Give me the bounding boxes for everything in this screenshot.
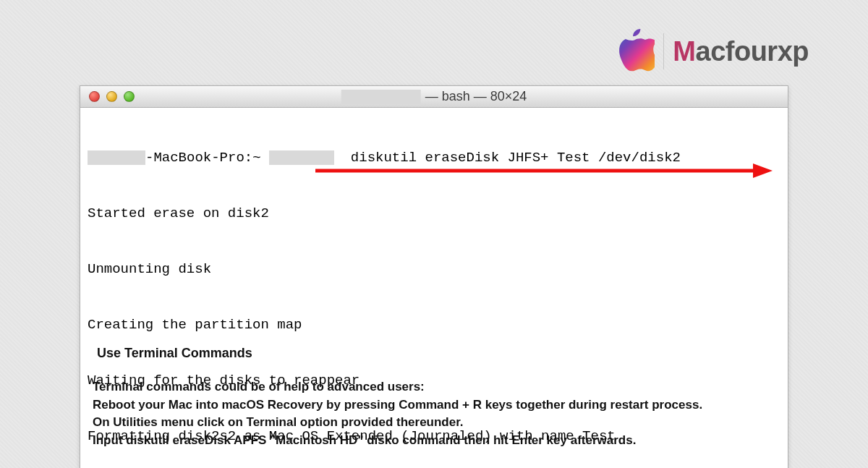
close-button[interactable] bbox=[89, 91, 100, 102]
terminal-line: Creating the partition map bbox=[88, 316, 780, 335]
article-body: Use Terminal Commands Terminal commands … bbox=[93, 346, 787, 450]
apple-logo-icon bbox=[613, 29, 655, 74]
article-paragraph: Reboot your Mac into macOS Recovery by p… bbox=[93, 396, 787, 414]
terminal-line: Unmounting disk bbox=[88, 260, 780, 279]
window-controls bbox=[89, 91, 135, 102]
brand-wordmark: Macfourxp bbox=[673, 36, 809, 67]
prompt-host: -MacBook-Pro:~ bbox=[145, 150, 261, 166]
window-title: — bash — 80×24 bbox=[341, 89, 527, 104]
terminal-command: diskutil eraseDisk JHFS+ Test /dev/disk2 bbox=[351, 150, 681, 166]
article-paragraph: Input diskutil eraseDisk APFS "Macintosh… bbox=[93, 432, 787, 450]
terminal-line-prompt: -MacBook-Pro:~ diskutil eraseDisk JHFS+ … bbox=[88, 149, 780, 168]
terminal-line: Started erase on disk2 bbox=[88, 205, 780, 224]
brand-logo-block: Macfourxp bbox=[613, 29, 809, 74]
redacted-path bbox=[269, 150, 334, 165]
brand-wordmark-initial: M bbox=[673, 36, 695, 67]
minimize-button[interactable] bbox=[106, 91, 117, 102]
redacted-user bbox=[88, 150, 145, 165]
window-titlebar: — bash — 80×24 bbox=[80, 86, 788, 108]
brand-divider bbox=[663, 33, 664, 69]
brand-wordmark-rest: acfourxp bbox=[696, 36, 809, 67]
article-heading: Use Terminal Commands bbox=[97, 346, 787, 361]
highlight-arrow-icon bbox=[315, 127, 773, 141]
window-title-text: — bash — 80×24 bbox=[425, 89, 527, 104]
article-paragraph: On Utilities menu click on Terminal opti… bbox=[93, 414, 787, 432]
zoom-button[interactable] bbox=[124, 91, 135, 102]
redacted-title-segment bbox=[341, 90, 421, 104]
article-paragraph: Terminal commands could be of help to ad… bbox=[93, 378, 787, 396]
